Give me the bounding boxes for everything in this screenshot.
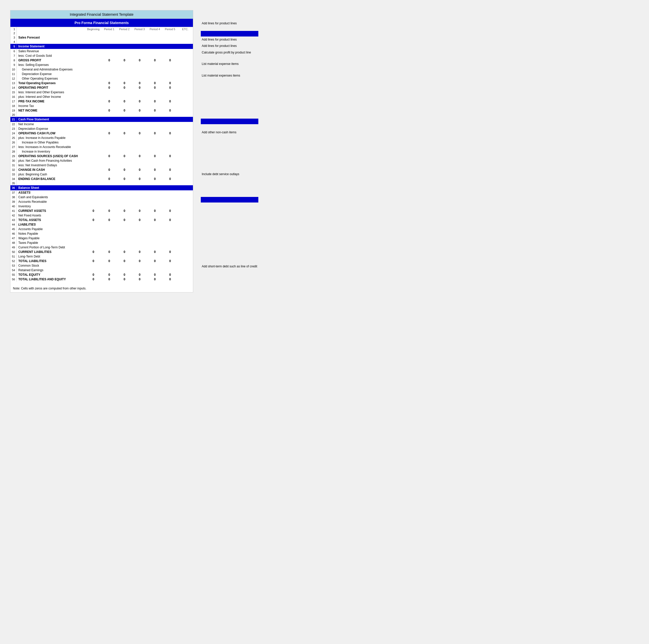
value-cell[interactable] xyxy=(163,245,178,249)
value-cell[interactable] xyxy=(132,53,147,58)
value-cell[interactable] xyxy=(178,104,193,108)
value-cell[interactable] xyxy=(102,254,117,259)
value-cell[interactable] xyxy=(85,195,102,199)
value-cell[interactable] xyxy=(117,240,132,245)
value-cell[interactable]: 0 xyxy=(102,277,117,282)
value-cell[interactable] xyxy=(178,163,193,168)
value-cell[interactable]: 0 xyxy=(117,99,132,104)
value-cell[interactable] xyxy=(163,76,178,81)
value-cell[interactable] xyxy=(147,199,163,204)
value-cell[interactable]: 0 xyxy=(147,177,163,181)
value-cell[interactable] xyxy=(85,222,102,227)
value-cell[interactable]: 0 xyxy=(147,249,163,254)
value-cell[interactable] xyxy=(117,140,132,145)
value-cell[interactable]: 0 xyxy=(147,277,163,282)
value-cell[interactable] xyxy=(178,195,193,199)
value-cell[interactable] xyxy=(147,213,163,218)
value-cell[interactable] xyxy=(163,122,178,127)
value-cell[interactable] xyxy=(132,199,147,204)
value-cell[interactable] xyxy=(132,35,147,40)
value-cell[interactable] xyxy=(85,67,102,72)
value-cell[interactable]: 0 xyxy=(132,177,147,181)
value-cell[interactable] xyxy=(117,204,132,209)
value-cell[interactable] xyxy=(178,272,193,277)
value-cell[interactable]: 0 xyxy=(163,277,178,282)
value-cell[interactable] xyxy=(147,204,163,209)
value-cell[interactable] xyxy=(132,49,147,53)
value-cell[interactable] xyxy=(117,190,132,195)
value-cell[interactable]: 0 xyxy=(132,168,147,172)
value-cell[interactable] xyxy=(147,145,163,149)
value-cell[interactable] xyxy=(147,236,163,240)
value-cell[interactable] xyxy=(102,62,117,67)
value-cell[interactable] xyxy=(147,35,163,40)
value-cell[interactable] xyxy=(85,49,102,53)
value-cell[interactable]: 0 xyxy=(147,108,163,113)
value-cell[interactable] xyxy=(163,104,178,108)
value-cell[interactable] xyxy=(117,67,132,72)
value-cell[interactable] xyxy=(117,76,132,81)
value-cell[interactable] xyxy=(102,227,117,231)
value-cell[interactable] xyxy=(147,195,163,199)
value-cell[interactable]: 0 xyxy=(102,108,117,113)
value-cell[interactable] xyxy=(163,136,178,140)
value-cell[interactable] xyxy=(117,163,132,168)
value-cell[interactable]: 0 xyxy=(102,177,117,181)
value-cell[interactable] xyxy=(147,254,163,259)
value-cell[interactable] xyxy=(178,268,193,272)
value-cell[interactable] xyxy=(132,231,147,236)
value-cell[interactable] xyxy=(132,76,147,81)
value-cell[interactable]: 0 xyxy=(102,99,117,104)
value-cell[interactable] xyxy=(102,72,117,76)
value-cell[interactable]: 0 xyxy=(163,218,178,222)
value-cell[interactable]: 0 xyxy=(147,272,163,277)
value-cell[interactable]: 0 xyxy=(163,108,178,113)
value-cell[interactable] xyxy=(163,204,178,209)
value-cell[interactable] xyxy=(102,95,117,99)
value-cell[interactable]: 0 xyxy=(117,209,132,213)
value-cell[interactable] xyxy=(102,268,117,272)
value-cell[interactable] xyxy=(102,195,117,199)
value-cell[interactable]: 0 xyxy=(163,99,178,104)
value-cell[interactable] xyxy=(147,245,163,249)
value-cell[interactable] xyxy=(178,35,193,40)
value-cell[interactable] xyxy=(102,136,117,140)
value-cell[interactable]: 0 xyxy=(132,58,147,62)
value-cell[interactable] xyxy=(102,53,117,58)
value-cell[interactable]: 0 xyxy=(132,81,147,85)
value-cell[interactable] xyxy=(85,145,102,149)
value-cell[interactable] xyxy=(163,95,178,99)
value-cell[interactable] xyxy=(132,254,147,259)
value-cell[interactable] xyxy=(117,227,132,231)
value-cell[interactable] xyxy=(163,62,178,67)
value-cell[interactable] xyxy=(178,213,193,218)
value-cell[interactable] xyxy=(85,53,102,58)
value-cell[interactable] xyxy=(147,222,163,227)
value-cell[interactable] xyxy=(117,236,132,240)
value-cell[interactable] xyxy=(117,145,132,149)
value-cell[interactable] xyxy=(85,90,102,95)
value-cell[interactable] xyxy=(178,231,193,236)
value-cell[interactable]: 0 xyxy=(117,249,132,254)
value-cell[interactable] xyxy=(117,149,132,154)
value-cell[interactable]: 0 xyxy=(132,85,147,90)
value-cell[interactable]: 0 xyxy=(163,259,178,263)
value-cell[interactable] xyxy=(85,204,102,209)
value-cell[interactable] xyxy=(132,127,147,131)
value-cell[interactable]: 0 xyxy=(163,81,178,85)
value-cell[interactable]: 0 xyxy=(117,154,132,158)
value-cell[interactable] xyxy=(85,95,102,99)
value-cell[interactable] xyxy=(163,72,178,76)
value-cell[interactable]: 0 xyxy=(117,168,132,172)
value-cell[interactable] xyxy=(178,85,193,90)
value-cell[interactable]: 0 xyxy=(147,168,163,172)
value-cell[interactable] xyxy=(132,62,147,67)
value-cell[interactable] xyxy=(178,172,193,177)
value-cell[interactable] xyxy=(147,95,163,99)
value-cell[interactable] xyxy=(117,172,132,177)
value-cell[interactable] xyxy=(85,35,102,40)
value-cell[interactable] xyxy=(178,67,193,72)
value-cell[interactable] xyxy=(85,268,102,272)
value-cell[interactable] xyxy=(163,140,178,145)
value-cell[interactable] xyxy=(147,231,163,236)
